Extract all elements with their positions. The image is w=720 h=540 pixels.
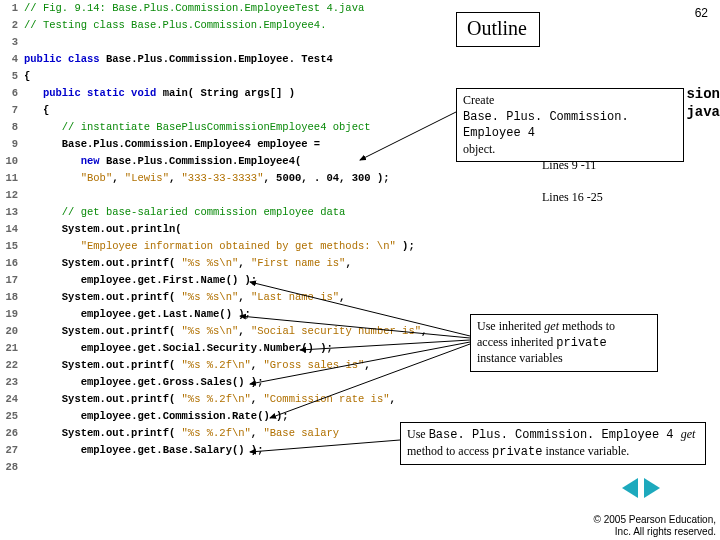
line-number: 9 — [0, 136, 18, 153]
line-number: 27 — [0, 442, 18, 459]
line-number: 13 — [0, 204, 18, 221]
code-line: 27 employee.get.Base.Salary() ); — [0, 442, 440, 459]
line-number: 23 — [0, 374, 18, 391]
code-line: 11 "Bob", "Lewis", "333-33-3333", 5000, … — [0, 170, 440, 187]
outline-heading: Outline — [456, 12, 540, 47]
line-number: 5 — [0, 68, 18, 85]
code-line: 23 employee.get.Gross.Sales() ); — [0, 374, 440, 391]
callout-create-object: Create Base. Plus. Commission. Employee … — [456, 88, 684, 162]
code-line: 1// Fig. 9.14: Base.Plus.Commission.Empl… — [0, 0, 440, 17]
nav-buttons — [622, 478, 660, 498]
line-number: 22 — [0, 357, 18, 374]
lines-note-2: Lines 16 -25 — [542, 190, 603, 205]
callout1-pre: Create — [463, 93, 494, 107]
line-number: 1 — [0, 0, 18, 17]
line-number: 24 — [0, 391, 18, 408]
code-line: 8 // instantiate BasePlusCommissionEmplo… — [0, 119, 440, 136]
next-slide-icon[interactable] — [644, 478, 660, 498]
line-number: 21 — [0, 340, 18, 357]
code-line: 2// Testing class Base.Plus.Commission.E… — [0, 17, 440, 34]
line-number: 12 — [0, 187, 18, 204]
line-number: 4 — [0, 51, 18, 68]
code-line: 24 System.out.printf( "%s %.2f\n", "Comm… — [0, 391, 440, 408]
callout-base-salary-get: Use Base. Plus. Commission. Employee 4 g… — [400, 422, 706, 465]
cutoff-text-2: java — [686, 104, 720, 120]
prev-slide-icon[interactable] — [622, 478, 638, 498]
line-number: 26 — [0, 425, 18, 442]
line-number: 20 — [0, 323, 18, 340]
line-number: 3 — [0, 34, 18, 51]
line-number: 10 — [0, 153, 18, 170]
code-line: 10 new Base.Plus.Commission.Employee4( — [0, 153, 440, 170]
line-number: 19 — [0, 306, 18, 323]
code-listing: 1// Fig. 9.14: Base.Plus.Commission.Empl… — [0, 0, 440, 476]
code-line: 14 System.out.println( — [0, 221, 440, 238]
callout1-obj: Base. Plus. Commission. Employee 4 — [463, 110, 629, 141]
code-line: 20 System.out.printf( "%s %s\n", "Social… — [0, 323, 440, 340]
code-line: 18 System.out.printf( "%s %s\n", "Last n… — [0, 289, 440, 306]
line-number: 25 — [0, 408, 18, 425]
line-number: 2 — [0, 17, 18, 34]
line-number: 28 — [0, 459, 18, 476]
line-number: 6 — [0, 85, 18, 102]
line-number: 7 — [0, 102, 18, 119]
code-line: 12 — [0, 187, 440, 204]
copyright-notice: © 2005 Pearson Education, Inc. All right… — [594, 514, 716, 538]
code-line: 5{ — [0, 68, 440, 85]
code-line: 4public class Base.Plus.Commission.Emplo… — [0, 51, 440, 68]
code-line: 13 // get base-salaried commission emplo… — [0, 204, 440, 221]
code-line: 19 employee.get.Last.Name() ); — [0, 306, 440, 323]
code-line: 21 employee.get.Social.Security.Number()… — [0, 340, 440, 357]
code-line: 25 employee.get.Commission.Rate() ); — [0, 408, 440, 425]
lines-note-1: Lines 9 -11 — [542, 158, 596, 173]
callout1-post: object. — [463, 142, 495, 156]
page-number: 62 — [695, 6, 708, 20]
callout-inherited-get: Use inherited get methods to access inhe… — [470, 314, 658, 372]
line-number: 18 — [0, 289, 18, 306]
code-line: 6 public static void main( String args[]… — [0, 85, 440, 102]
line-number: 17 — [0, 272, 18, 289]
code-line: 15 "Employee information obtained by get… — [0, 238, 440, 255]
line-number: 15 — [0, 238, 18, 255]
code-line: 28 — [0, 459, 440, 476]
code-line: 16 System.out.printf( "%s %s\n", "First … — [0, 255, 440, 272]
code-line: 17 employee.get.First.Name() ); — [0, 272, 440, 289]
code-line: 7 { — [0, 102, 440, 119]
cutoff-text-1: sion — [686, 86, 720, 102]
line-number: 11 — [0, 170, 18, 187]
line-number: 8 — [0, 119, 18, 136]
line-number: 14 — [0, 221, 18, 238]
line-number: 16 — [0, 255, 18, 272]
code-line: 26 System.out.printf( "%s %.2f\n", "Base… — [0, 425, 440, 442]
code-line: 3 — [0, 34, 440, 51]
code-line: 22 System.out.printf( "%s %.2f\n", "Gros… — [0, 357, 440, 374]
code-line: 9 Base.Plus.Commission.Employee4 employe… — [0, 136, 440, 153]
